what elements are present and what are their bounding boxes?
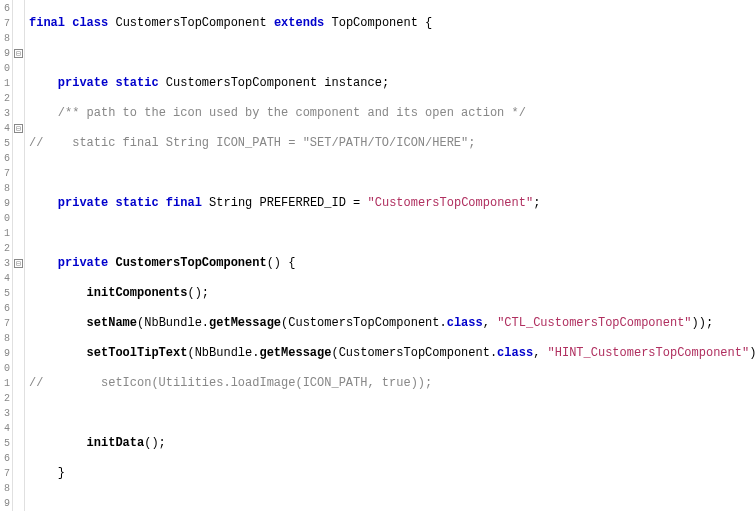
fold-toggle-icon[interactable]: ⊟ bbox=[14, 259, 23, 268]
line-number-gutter: 67 89 01 23 45 67 89 01 23 45 67 89 01 2… bbox=[0, 0, 13, 511]
code-editor[interactable]: 67 89 01 23 45 67 89 01 23 45 67 89 01 2… bbox=[0, 0, 755, 511]
fold-toggle-icon[interactable]: ⊟ bbox=[14, 49, 23, 58]
code-area[interactable]: final class CustomersTopComponent extend… bbox=[25, 0, 755, 511]
fold-gutter: ⊟ ⊟ ⊟ bbox=[13, 0, 25, 511]
fold-toggle-icon[interactable]: ⊟ bbox=[14, 124, 23, 133]
